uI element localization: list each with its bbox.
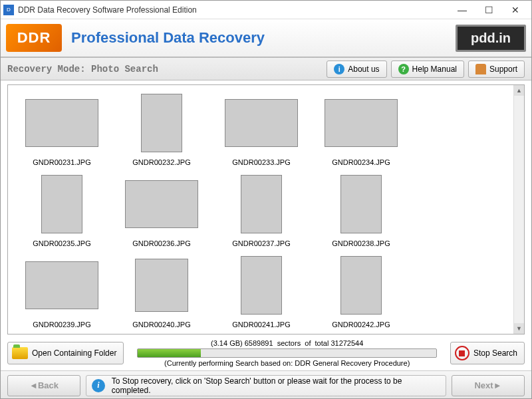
content-area: GNDR00231.JPGGNDR00232.JPGGNDR00233.JPGG… [1,80,531,370]
thumbnail-filename: GNDR00237.JPG [232,238,290,249]
thumbnail-filename: GNDR00235.JPG [33,238,90,249]
thumbnail-item[interactable]: GNDR00241.JPG [213,251,310,330]
thumbnail-image [313,170,410,238]
thumbnail-item[interactable]: GNDR00235.JPG [13,170,110,249]
back-button[interactable]: Back [7,375,80,396]
thumbnail-image [13,251,110,319]
thumbnail-image [313,89,410,157]
info-icon: i [334,64,344,74]
gallery-frame: GNDR00231.JPGGNDR00232.JPGGNDR00233.JPGG… [7,84,525,334]
stop-icon [455,346,469,360]
thumbnail-image [213,251,310,319]
window-controls: — ☐ ✕ [449,2,529,18]
thumbnail-image [13,170,110,238]
thumbnail-item[interactable]: GNDR00237.JPG [213,170,310,249]
progress-bar-fill [138,349,200,357]
thumbnail-filename: GNDR00242.JPG [332,319,390,330]
mode-bar: Recovery Mode: Photo Search i About us ?… [1,58,531,80]
maximize-button[interactable]: ☐ [475,2,502,18]
thumbnail-filename: GNDR00236.JPG [132,238,190,249]
about-button[interactable]: i About us [327,61,386,78]
help-manual-button[interactable]: ? Help Manual [391,61,464,78]
support-icon [475,64,486,74]
thumbnail-image [13,89,110,157]
close-button[interactable]: ✕ [502,2,529,18]
thumbnail-filename: GNDR00239.JPG [33,319,90,330]
thumbnail-image [113,170,210,238]
thumbnail-filename: GNDR00238.JPG [332,238,390,249]
title-bar: D DDR Data Recovery Software Professiona… [1,1,531,19]
window-title: DDR Data Recovery Software Professional … [18,5,449,15]
footer-message: i To Stop recovery, click on 'Stop Searc… [86,375,446,396]
folder-icon [12,347,28,359]
brand-badge: pdd.in [456,25,526,52]
thumbnail-item[interactable]: GNDR00236.JPG [113,170,210,249]
vertical-scrollbar[interactable]: ▲ ▼ [513,85,524,334]
thumbnail-item[interactable]: GNDR00242.JPG [313,251,410,330]
scroll-down-icon[interactable]: ▼ [514,323,524,334]
thumbnail-image [113,89,210,157]
stop-search-button[interactable]: Stop Search [450,342,525,364]
thumbnail-filename: GNDR00231.JPG [33,157,90,168]
thumbnail-item[interactable]: GNDR00232.JPG [113,89,210,168]
thumbnail-filename: GNDR00241.JPG [232,319,290,330]
progress-bar [137,348,437,358]
thumbnail-filename: GNDR00240.JPG [132,319,190,330]
recovery-mode-label: Recovery Mode: Photo Search [7,64,323,74]
thumbnail-item[interactable]: GNDR00239.JPG [13,251,110,330]
thumbnail-image [113,251,210,319]
thumbnail-item[interactable]: GNDR00238.JPG [313,170,410,249]
progress-display: (3.14 GB) 6589891 sectors of total 31272… [130,339,444,367]
thumbnail-filename: GNDR00232.JPG [132,157,190,168]
footer-bar: Back i To Stop recovery, click on 'Stop … [1,370,531,399]
app-heading: Professional Data Recovery [71,29,456,47]
thumbnail-item[interactable]: GNDR00234.JPG [313,89,410,168]
thumbnail-gallery: GNDR00231.JPGGNDR00232.JPGGNDR00233.JPGG… [8,85,513,334]
logo: DDR [6,24,62,52]
open-containing-folder-button[interactable]: Open Containing Folder [7,342,124,364]
thumbnail-image [213,170,310,238]
help-icon: ? [398,64,409,74]
support-button[interactable]: Support [468,61,525,78]
thumbnail-image [313,251,410,319]
minimize-button[interactable]: — [449,2,475,18]
progress-stats: (3.14 GB) 6589891 sectors of total 31272… [130,339,444,347]
app-header: DDR Professional Data Recovery pdd.in [1,19,531,58]
thumbnail-item[interactable]: GNDR00240.JPG [113,251,210,330]
thumbnail-image [213,89,310,157]
thumbnail-item[interactable]: GNDR00233.JPG [213,89,310,168]
app-icon: D [3,5,14,15]
progress-note: (Currently performing Search based on: D… [130,359,444,367]
progress-row: Open Containing Folder (3.14 GB) 6589891… [7,338,525,368]
thumbnail-filename: GNDR00233.JPG [232,157,290,168]
next-button[interactable]: Next [452,375,525,396]
thumbnail-filename: GNDR00234.JPG [332,157,390,168]
thumbnail-item[interactable]: GNDR00231.JPG [13,89,110,168]
info-icon: i [92,379,105,392]
scroll-up-icon[interactable]: ▲ [514,85,524,96]
